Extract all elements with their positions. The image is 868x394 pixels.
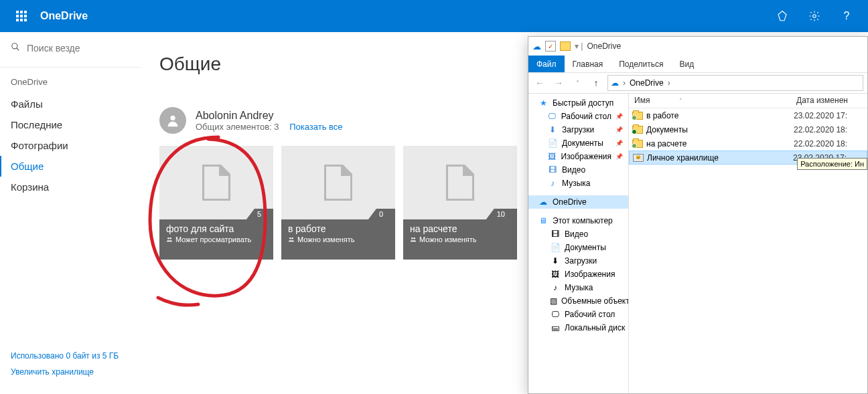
search-row[interactable] xyxy=(0,35,141,62)
nav-item-1[interactable]: Последние xyxy=(0,114,141,135)
sidebar: OneDrive ФайлыПоследниеФотографииОбщиеКо… xyxy=(0,32,141,394)
nav-recent-button[interactable]: ˅ xyxy=(570,76,585,90)
tree-item-label: Музыка xyxy=(565,283,593,292)
file-icon xyxy=(202,165,230,201)
storage-usage-link[interactable]: Использовано 0 байт из 5 ГБ xyxy=(11,351,130,361)
owner-name: Abolonin Andrey xyxy=(196,110,343,122)
svg-point-9 xyxy=(413,237,415,239)
tree-quick-item-4[interactable]: 🎞Видео xyxy=(528,163,628,177)
tree-item-label: Видео xyxy=(565,229,588,239)
tile-permission: Может просматривать xyxy=(166,235,267,243)
app-launcher-button[interactable] xyxy=(5,0,38,32)
ribbon-tab-0[interactable]: Главная xyxy=(565,56,611,72)
folder-tile-2[interactable]: 10на расчетеМожно изменять xyxy=(403,146,517,260)
tree-pc-item-2[interactable]: ⬇Загрузки xyxy=(528,254,628,268)
ribbon-tab-2[interactable]: Вид xyxy=(671,56,702,72)
file-date: 23.02.2020 17: xyxy=(794,111,867,120)
tree-pc-item-7[interactable]: 🖴Локальный диск xyxy=(528,321,628,334)
tree-item-icon: 🎞 xyxy=(550,229,561,239)
tile-count: 5 xyxy=(246,209,273,219)
file-date: 22.02.2020 18: xyxy=(794,139,867,149)
tree-item-icon: 🖼 xyxy=(547,151,557,162)
folder-tile-0[interactable]: 5фото для сайтаМожет просматривать xyxy=(159,146,273,260)
onedrive-cloud-icon: ☁ xyxy=(532,41,541,52)
tree-item-icon: ⬇ xyxy=(547,124,558,135)
file-row-2[interactable]: на расчете22.02.2020 18: xyxy=(629,136,867,151)
tree-label: Быстрый доступ xyxy=(553,98,613,108)
explorer-titlebar[interactable]: ☁ ✓ ▾ | OneDrive xyxy=(528,37,867,56)
file-name: в работе xyxy=(646,111,794,120)
file-date: 22.02.2020 18: xyxy=(794,125,867,134)
file-row-0[interactable]: в работе23.02.2020 17: xyxy=(629,108,867,122)
location-tooltip: Расположение: Ин xyxy=(797,158,867,170)
tree-quick-item-5[interactable]: ♪Музыка xyxy=(528,177,628,190)
star-icon: ★ xyxy=(538,98,549,108)
pc-icon: 🖥 xyxy=(538,215,549,226)
svg-point-6 xyxy=(289,237,291,239)
show-all-link[interactable]: Показать все xyxy=(289,122,342,132)
tree-item-icon: ♪ xyxy=(547,178,558,189)
tree-quick-item-1[interactable]: ⬇Загрузки📌 xyxy=(528,123,628,136)
file-icon xyxy=(446,165,474,201)
owner-count: Общих элементов: 3 xyxy=(196,122,279,132)
svg-point-8 xyxy=(411,237,413,239)
explorer-columns: Имя ˄ Дата изменен xyxy=(629,94,867,108)
tree-item-label: Изображения xyxy=(561,152,611,161)
folder-icon xyxy=(632,126,643,134)
address-cloud-icon: ☁ xyxy=(611,78,619,88)
file-row-1[interactable]: Документы22.02.2020 18: xyxy=(629,122,867,136)
tree-pc-item-0[interactable]: 🎞Видео xyxy=(528,227,628,241)
tree-quick-item-3[interactable]: 🖼Изображения📌 xyxy=(528,150,628,163)
svg-point-0 xyxy=(813,15,816,18)
nav-item-0[interactable]: Файлы xyxy=(0,94,141,114)
owner-sub: Общих элементов: 3 Показать все xyxy=(196,122,343,132)
premium-icon[interactable] xyxy=(766,0,798,32)
column-name[interactable]: Имя ˄ xyxy=(629,94,794,108)
quick-access-toolbar-icon[interactable]: ✓ xyxy=(545,41,556,52)
tree-item-icon: 📄 xyxy=(547,138,558,149)
nav-item-2[interactable]: Фотографии xyxy=(0,135,141,156)
tree-pc-item-1[interactable]: 📄Документы xyxy=(528,241,628,254)
tile-permission: Можно изменять xyxy=(288,235,388,243)
ribbon-tab-1[interactable]: Поделиться xyxy=(611,56,671,72)
address-crumb[interactable]: OneDrive xyxy=(630,78,664,88)
nav-heading: OneDrive xyxy=(0,74,141,94)
folder-tile-1[interactable]: 0в работеМожно изменять xyxy=(281,146,395,260)
tree-item-label: Загрузки xyxy=(562,125,594,134)
upgrade-storage-link[interactable]: Увеличить хранилище xyxy=(11,367,130,377)
tree-item-icon: 🖴 xyxy=(550,322,561,333)
tree-quick-item-2[interactable]: 📄Документы📌 xyxy=(528,136,628,150)
column-date[interactable]: Дата изменен xyxy=(794,94,867,108)
tree-quick-access[interactable]: ★ Быстрый доступ xyxy=(528,96,628,110)
tile-permission: Можно изменять xyxy=(410,235,510,243)
tree-this-pc[interactable]: 🖥 Этот компьютер xyxy=(528,214,628,227)
help-icon[interactable]: ? xyxy=(830,0,863,32)
tree-pc-item-6[interactable]: 🖵Рабочий стол xyxy=(528,308,628,321)
nav-forward-button[interactable]: → xyxy=(551,76,566,90)
tree-quick-item-0[interactable]: 🖵Рабочий стол📌 xyxy=(528,110,628,123)
tile-count: 0 xyxy=(368,209,395,219)
tree-item-label: Объемные объекты xyxy=(561,296,629,306)
ribbon-tab-file[interactable]: Файл xyxy=(528,56,565,72)
folder-icon xyxy=(632,140,643,148)
explorer-navbar: ← → ˅ ↑ ☁ › OneDrive › xyxy=(528,72,867,94)
waffle-icon xyxy=(16,11,27,21)
file-icon xyxy=(324,165,352,201)
search-input[interactable] xyxy=(27,43,144,54)
settings-icon[interactable] xyxy=(798,0,830,32)
tree-pc-item-5[interactable]: ▧Объемные объекты xyxy=(528,294,628,308)
tree-onedrive[interactable]: ☁ OneDrive xyxy=(528,195,628,209)
tree-pc-item-3[interactable]: 🖼Изображения xyxy=(528,268,628,281)
search-icon xyxy=(11,42,20,54)
nav-item-3[interactable]: Общие xyxy=(0,156,141,177)
tree-item-icon: ♪ xyxy=(550,282,561,293)
tree-pc-item-4[interactable]: ♪Музыка xyxy=(528,281,628,294)
address-bar[interactable]: ☁ › OneDrive › xyxy=(607,75,863,91)
pin-icon: 📌 xyxy=(616,126,623,133)
pin-icon: 📌 xyxy=(616,153,623,160)
nav-item-4[interactable]: Корзина xyxy=(0,177,141,197)
cloud-icon: ☁ xyxy=(538,197,549,207)
nav-back-button[interactable]: ← xyxy=(532,76,547,90)
tile-name: на расчете xyxy=(410,223,510,234)
nav-up-button[interactable]: ↑ xyxy=(589,76,603,90)
